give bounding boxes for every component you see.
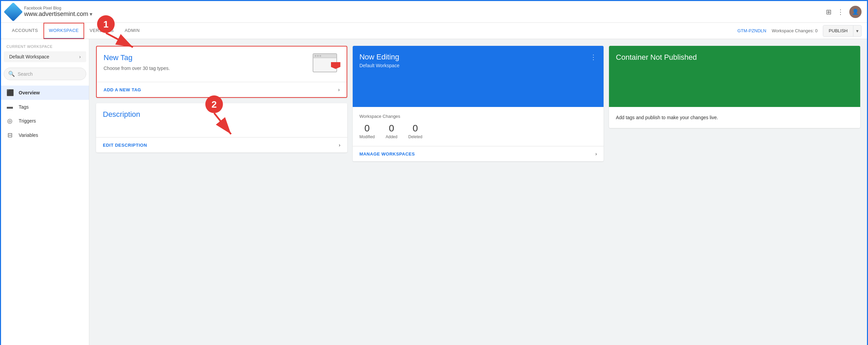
overview-icon: ⬛ (6, 89, 13, 96)
site-url-row: www.advertisemint.com ▾ (24, 11, 92, 18)
tags-icon: ▬ (6, 103, 13, 110)
now-editing-more-icon[interactable]: ⋮ (590, 53, 597, 61)
deleted-count-item: 0 Deleted (408, 123, 422, 139)
site-url-text: www.advertisemint.com (24, 11, 88, 18)
gtm-logo (4, 2, 23, 21)
logo-area: Facebook Pixel Blog www.advertisemint.co… (6, 5, 826, 19)
new-tag-description: Choose from over 30 tag types. (104, 65, 170, 72)
manage-workspaces-action[interactable]: MANAGE WORKSPACES › (353, 146, 604, 161)
content-area: New Tag Choose from over 30 tag types. (89, 39, 867, 345)
search-icon: 🔍 (8, 71, 15, 77)
publish-button[interactable]: PUBLISH (823, 25, 853, 36)
tag-window (313, 53, 337, 72)
top-header: Facebook Pixel Blog www.advertisemint.co… (1, 1, 867, 23)
center-column: Now Editing ⋮ Default Workspace Workspac… (353, 46, 604, 161)
nav-tabs: ACCOUNTS WORKSPACE VERSIONS ADMIN GTM-PZ… (1, 23, 867, 39)
site-name: Facebook Pixel Blog (24, 6, 92, 11)
added-label: Added (386, 134, 398, 139)
workspace-changes-label: Workspace Changes: 0 (772, 28, 817, 33)
header-right: ⊞ ⋮ 👤 (826, 6, 862, 18)
search-placeholder: Search (18, 71, 33, 77)
tag-illustration (313, 53, 340, 75)
cards-grid: New Tag Choose from over 30 tag types. (96, 46, 860, 161)
variables-icon: ⊟ (6, 131, 13, 139)
main-layout: Current Workspace Default Workspace › 🔍 … (1, 39, 867, 345)
now-editing-title-row: Now Editing ⋮ (359, 53, 597, 61)
now-editing-title: Now Editing (359, 53, 399, 61)
not-published-header: Container Not Published (609, 46, 860, 107)
container-id[interactable]: GTM-PZNDLN (737, 28, 766, 33)
description-action[interactable]: EDIT DESCRIPTION › (96, 137, 347, 152)
not-published-body: Add tags and publish to make your change… (609, 107, 860, 128)
description-top: Description (96, 103, 347, 137)
new-tag-action[interactable]: ADD A NEW TAG › (97, 82, 347, 97)
tag-flag-icon (331, 62, 340, 69)
not-published-description: Add tags and publish to make your change… (616, 114, 853, 121)
tab-accounts[interactable]: ACCOUNTS (6, 23, 43, 39)
modified-count-item: 0 Modified (359, 123, 375, 139)
tab-admin[interactable]: ADMIN (119, 23, 145, 39)
sidebar: Current Workspace Default Workspace › 🔍 … (1, 39, 89, 345)
modified-count: 0 (359, 123, 375, 134)
publish-dropdown-icon[interactable]: ▾ (853, 25, 861, 36)
description-card: Description EDIT DESCRIPTION › (96, 103, 347, 152)
modified-label: Modified (359, 134, 375, 139)
new-tag-content: New Tag Choose from over 30 tag types. (104, 53, 170, 72)
site-info: Facebook Pixel Blog www.advertisemint.co… (24, 6, 92, 18)
not-published-card: Container Not Published Add tags and pub… (609, 46, 860, 128)
new-tag-chevron: › (338, 87, 340, 92)
deleted-count: 0 (408, 123, 422, 134)
description-title: Description (103, 110, 340, 119)
more-options-icon[interactable]: ⋮ (837, 8, 844, 16)
right-column: Container Not Published Add tags and pub… (609, 46, 860, 161)
nav-right: GTM-PZNDLN Workspace Changes: 0 PUBLISH … (737, 25, 862, 37)
left-column: New Tag Choose from over 30 tag types. (96, 46, 347, 161)
manage-workspaces-chevron: › (595, 151, 597, 157)
added-count: 0 (386, 123, 398, 134)
new-tag-title: New Tag (104, 53, 170, 62)
sidebar-item-triggers[interactable]: ◎ Triggers (1, 114, 89, 128)
new-tag-card: New Tag Choose from over 30 tag types. (96, 46, 347, 98)
now-editing-subtitle: Default Workspace (359, 63, 597, 68)
tab-versions[interactable]: VERSIONS (84, 23, 119, 39)
user-avatar[interactable]: 👤 (849, 6, 862, 18)
workspace-expand-icon: › (79, 54, 81, 59)
sidebar-item-overview[interactable]: ⬛ Overview (1, 86, 89, 100)
ws-counts: 0 Modified 0 Added 0 Deleted (359, 123, 597, 139)
sidebar-item-tags[interactable]: ▬ Tags (1, 100, 89, 114)
tag-window-bar (313, 54, 336, 58)
workspace-selector[interactable]: Default Workspace › (4, 51, 86, 62)
publish-button-group[interactable]: PUBLISH ▾ (823, 25, 862, 37)
deleted-label: Deleted (408, 134, 422, 139)
description-chevron: › (339, 142, 340, 148)
ws-changes-title: Workspace Changes (359, 114, 597, 119)
page-wrapper: 1 2 Facebook Pixel Blog www.advertisemin… (0, 0, 868, 345)
workspace-changes-section: Workspace Changes 0 Modified 0 Added (353, 107, 604, 146)
triggers-icon: ◎ (6, 117, 13, 125)
sidebar-section-label: Current Workspace (1, 44, 89, 51)
not-published-title: Container Not Published (616, 53, 697, 62)
tab-workspace[interactable]: WORKSPACE (43, 23, 84, 39)
new-tag-top: New Tag Choose from over 30 tag types. (97, 47, 347, 82)
search-box[interactable]: 🔍 Search (4, 68, 86, 80)
now-editing-header: Now Editing ⋮ Default Workspace (353, 46, 604, 107)
workspace-name: Default Workspace (9, 54, 49, 59)
grid-icon[interactable]: ⊞ (826, 8, 832, 16)
sidebar-item-variables[interactable]: ⊟ Variables (1, 128, 89, 142)
added-count-item: 0 Added (386, 123, 398, 139)
url-dropdown-icon[interactable]: ▾ (90, 11, 92, 17)
now-editing-card: Now Editing ⋮ Default Workspace Workspac… (353, 46, 604, 161)
